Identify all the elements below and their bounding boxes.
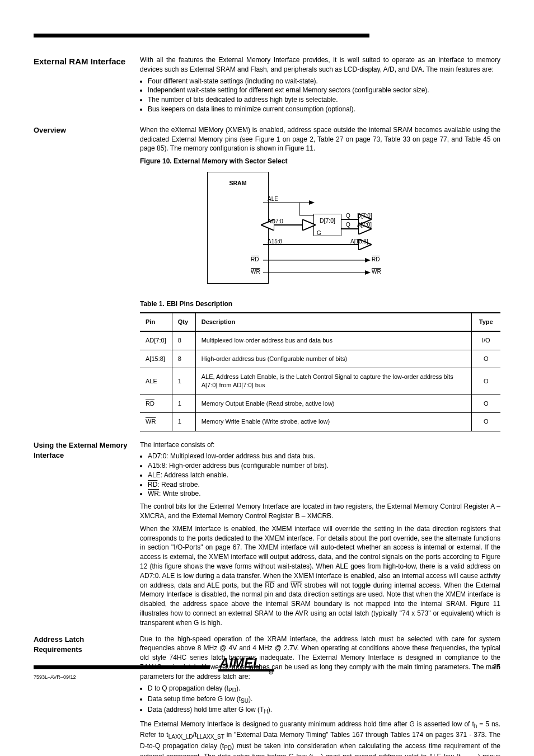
- svg-text:R: R: [270, 672, 272, 674]
- bullet: AD7:0: Multiplexed low-order address bus…: [148, 452, 500, 461]
- table-row: A[15:8] 8 High-order address bus (Config…: [140, 350, 500, 368]
- label-g: G: [317, 229, 321, 237]
- th-qty: Qty: [172, 313, 195, 331]
- external-memory-diagram: AVR SRAM D[7:0]: [207, 172, 453, 289]
- figure-caption: Figure 10. External Memory with Sector S…: [140, 157, 500, 166]
- xmem-registers-text: The control bits for the External Memory…: [140, 502, 500, 521]
- latch-text: Due to the high-speed operation of the X…: [140, 635, 500, 682]
- bullet: A15:8: High-order address bus (configura…: [148, 461, 500, 471]
- table-row: ALE 1 ALE, Address Latch Enable, is the …: [140, 368, 500, 395]
- label-aq: A[7:0]: [357, 221, 372, 229]
- bullet: ALE: Address latch enable.: [148, 471, 500, 480]
- label-q-d: Q: [346, 212, 350, 220]
- label-q-a: Q: [346, 221, 350, 229]
- section-heading: External RAM Interface: [34, 55, 129, 67]
- bullet: Bus keepers on data lines to minimize cu…: [148, 105, 500, 114]
- label-ah: A15:8: [268, 238, 282, 246]
- footer-rule: [34, 665, 210, 669]
- bullet: D to Q propagation delay (tPD).: [148, 684, 500, 694]
- bullet: Data (address) hold time after G low (TH…: [148, 705, 500, 716]
- label-rdr: RD: [372, 256, 380, 264]
- bullet: Four different wait-state settings (incl…: [148, 77, 500, 86]
- ebi-pins-table: Pin Qty Description Type AD[7:0] 8 Multi…: [140, 312, 500, 431]
- table-row: AD[7:0] 8 Multiplexed low-order address …: [140, 331, 500, 350]
- latch-text-2: The External Memory Interface is designe…: [140, 720, 500, 756]
- document-code: 7593L–AVR–09/12: [34, 674, 76, 681]
- th-desc: Description: [195, 313, 471, 331]
- page-number: 25: [493, 663, 500, 672]
- xmem-override-text: When the XMEM interface is enabled, the …: [140, 524, 500, 628]
- using-xmem-intro: The interface consists of:: [140, 440, 500, 450]
- bullet: Data setup time before G low (tSU).: [148, 694, 500, 705]
- bullet: WR: Write strobe.: [148, 489, 500, 499]
- page: External RAM Interface With all the feat…: [0, 0, 534, 756]
- subsection-heading-latch: Address Latch Requirements: [34, 635, 129, 655]
- table-row: RD 1 Memory Output Enable (Read strobe, …: [140, 395, 500, 412]
- table-row: WR 1 Memory Write Enable (Write strobe, …: [140, 413, 500, 431]
- subsection-heading-overview: Overview: [34, 125, 129, 135]
- th-type: Type: [471, 313, 500, 331]
- subsection-heading-using-xmem: Using the External Memory Interface: [34, 440, 129, 461]
- overview-text: When the eXternal MEMory (XMEM) is enabl…: [140, 125, 500, 153]
- bullet: The number of bits dedicated to address …: [148, 95, 500, 105]
- svg-text:AIMEL: AIMEL: [219, 655, 261, 670]
- bullet: Independent wait-state setting for diffe…: [148, 86, 500, 95]
- intro-text: With all the features the External Memor…: [140, 55, 500, 74]
- label-ahr: A[15:8]: [350, 238, 368, 246]
- label-ale: ALE: [268, 195, 278, 203]
- th-pin: Pin: [140, 313, 172, 331]
- label-wrr: WR: [372, 268, 381, 276]
- label-dq: D[7:0]: [357, 212, 372, 220]
- top-rule: [34, 34, 369, 37]
- table-caption: Table 1. EBI Pins Description: [140, 299, 500, 309]
- label-rd: RD: [251, 256, 259, 264]
- bullet: RD: Read strobe.: [148, 480, 500, 490]
- label-wr: WR: [251, 268, 260, 276]
- label-ad: AD7:0: [268, 218, 283, 226]
- atmel-logo: AIMEL R: [218, 653, 274, 680]
